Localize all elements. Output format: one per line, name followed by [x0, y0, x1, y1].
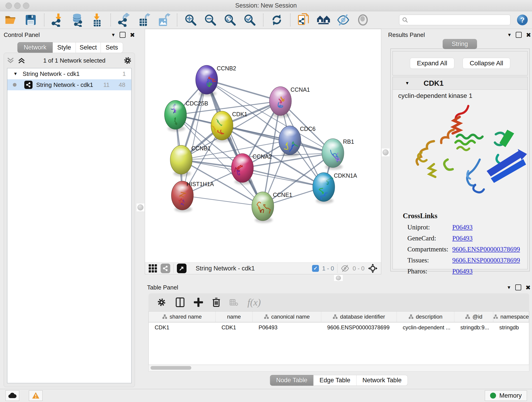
memory-button[interactable]: Memory	[485, 390, 527, 401]
crosslink-link[interactable]: P06493	[452, 268, 473, 275]
zoom-in-button[interactable]	[183, 13, 198, 27]
network-node-CDC6[interactable]	[279, 126, 301, 157]
network-collection-row[interactable]: ▼ String Network - cdk1 1	[7, 68, 131, 79]
open-session-button[interactable]	[4, 13, 18, 27]
search-field[interactable]	[399, 15, 510, 25]
network-edge[interactable]	[222, 126, 333, 153]
export-table-button[interactable]	[137, 13, 151, 27]
column-header-database-identifier[interactable]: database identifier	[321, 312, 397, 322]
tab-network[interactable]: Network	[17, 42, 53, 53]
network-node-CCNE1[interactable]	[252, 192, 274, 223]
import-network-database-button[interactable]	[70, 13, 85, 27]
panel-close-icon[interactable]: ✖	[526, 32, 531, 38]
detach-view-icon[interactable]	[177, 264, 186, 273]
export-image-button[interactable]	[156, 13, 171, 27]
crosslink-link[interactable]: P06493	[452, 235, 473, 242]
scrollbar-thumb[interactable]	[151, 366, 191, 370]
expand-all-button[interactable]: Expand All	[410, 58, 454, 69]
clone-network-button[interactable]	[297, 13, 311, 27]
show-columns-icon[interactable]	[176, 297, 185, 307]
column-header-namespace[interactable]: namespace	[493, 312, 529, 322]
function-builder-button[interactable]: f(x)	[247, 297, 261, 308]
crosslink-link[interactable]: P06493	[452, 223, 473, 231]
create-column-plus-icon[interactable]	[194, 298, 203, 307]
network-edge[interactable]	[182, 80, 207, 196]
table-cell[interactable]: 9606.ENSP00000378699	[321, 322, 397, 333]
panel-float-icon[interactable]	[120, 32, 126, 38]
hidden-eye-icon[interactable]	[341, 264, 349, 272]
network-node-RB1[interactable]	[322, 139, 344, 170]
tab-node-table[interactable]: Node Table	[270, 375, 313, 386]
panel-float-icon[interactable]	[515, 284, 521, 290]
search-input[interactable]	[410, 16, 507, 24]
section-caret-icon[interactable]: ▼	[405, 81, 409, 86]
panel-close-icon[interactable]: ✖	[130, 32, 135, 38]
panel-close-icon[interactable]: ✖	[525, 284, 531, 291]
network-node-CCNB2[interactable]	[196, 65, 218, 96]
network-node-CCNB1[interactable]	[170, 145, 192, 176]
panel-menu-icon[interactable]: ▼	[507, 285, 511, 290]
network-row[interactable]: String Network - cdk1 11 48	[7, 79, 131, 90]
table-cell[interactable]: stringdb	[493, 322, 529, 333]
table-cell[interactable]: stringdb:9...	[454, 322, 493, 333]
column-header-name[interactable]: name	[215, 312, 253, 322]
warnings-button[interactable]	[29, 390, 43, 401]
tab-select[interactable]: Select	[76, 42, 101, 53]
selected-checkbox-icon[interactable]: ✓	[312, 265, 319, 272]
network-node-CDK1[interactable]	[211, 111, 233, 142]
node-table[interactable]: shared namenamecanonical namedatabase id…	[148, 311, 529, 365]
table-cell[interactable]: P06493	[253, 322, 321, 333]
tab-sets[interactable]: Sets	[101, 42, 123, 53]
network-node-CDKN1A[interactable]	[313, 172, 335, 204]
tab-edge-table[interactable]: Edge Table	[313, 375, 356, 386]
table-row[interactable]: CDK1CDK1P064939606.ENSP00000378699cyclin…	[149, 322, 529, 333]
refresh-button[interactable]	[269, 13, 284, 27]
import-table-button[interactable]	[90, 13, 104, 27]
collapse-all-icon[interactable]	[7, 57, 14, 64]
table-cell[interactable]: CDK1	[215, 322, 253, 333]
column-header-@id[interactable]: @id	[454, 312, 493, 322]
protein-section-header[interactable]: ▼ CDK1	[393, 77, 527, 89]
network-edge[interactable]	[207, 80, 280, 101]
panel-menu-icon[interactable]: ▼	[111, 32, 116, 37]
save-session-button[interactable]	[23, 13, 38, 27]
delete-column-trash-icon[interactable]	[212, 297, 220, 307]
network-edge[interactable]	[207, 80, 263, 206]
tab-network-table[interactable]: Network Table	[356, 375, 408, 386]
table-cell[interactable]: CDK1	[149, 322, 215, 333]
crosslink-link[interactable]: 9606.ENSP00000378699	[452, 256, 520, 264]
network-canvas[interactable]: CCNB2CCNA1CDC25BCDK1CDC6RB1CCNB1CCNA2CDK…	[145, 29, 381, 262]
help-button[interactable]: ?	[516, 13, 528, 27]
panel-float-icon[interactable]	[516, 32, 522, 38]
cloud-status-button[interactable]	[6, 390, 19, 401]
network-node-CCNA1[interactable]	[269, 87, 291, 118]
column-header-description[interactable]: description	[397, 312, 455, 322]
zoom-fit-button[interactable]	[223, 13, 237, 27]
zoom-out-button[interactable]	[203, 13, 218, 27]
column-header-canonical-name[interactable]: canonical name	[253, 312, 321, 322]
table-options-gear-icon[interactable]	[157, 298, 166, 307]
crosslink-link[interactable]: 9606.ENSP00000378699	[452, 245, 520, 253]
panel-menu-icon[interactable]: ▼	[507, 32, 512, 37]
tab-style[interactable]: Style	[53, 42, 76, 53]
grid-view-icon[interactable]	[148, 264, 157, 273]
network-node-CDC25B[interactable]	[165, 100, 186, 131]
import-network-file-button[interactable]	[51, 13, 65, 27]
fit-selected-crosshair-icon[interactable]	[368, 263, 378, 274]
column-header-shared-name[interactable]: shared name	[149, 312, 215, 322]
network-edge[interactable]	[182, 196, 263, 206]
tree-caret-icon[interactable]: ▼	[13, 71, 18, 76]
export-network-button[interactable]	[117, 13, 132, 27]
show-all-button[interactable]	[355, 13, 370, 27]
expand-all-icon[interactable]	[18, 57, 25, 64]
left-splitter-handle[interactable]	[137, 204, 144, 211]
delete-table-icon[interactable]	[230, 299, 238, 306]
bottom-splitter-handle[interactable]	[334, 275, 343, 281]
collapse-all-button[interactable]: Collapse All	[462, 58, 510, 69]
tab-string[interactable]: String	[443, 39, 477, 49]
gear-icon[interactable]	[123, 56, 132, 65]
home-layout-button[interactable]	[316, 13, 331, 27]
hide-selected-button[interactable]	[336, 13, 351, 27]
table-cell[interactable]: cyclin-dependent ...	[397, 322, 455, 333]
table-horizontal-scrollbar[interactable]	[148, 365, 529, 371]
